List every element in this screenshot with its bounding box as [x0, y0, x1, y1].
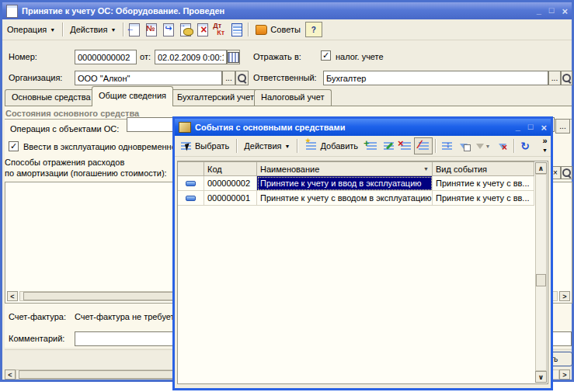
add-row-button[interactable]: + — [363, 138, 380, 154]
ellipsis-icon: ... — [551, 74, 558, 82]
delete-row-button[interactable]: × — [397, 138, 414, 154]
chevron-down-icon: ▼ — [50, 27, 55, 33]
dt-kt-postings-button[interactable]: Дт Кт — [211, 22, 228, 37]
column-label: Вид события — [436, 165, 487, 174]
invoice-value: Счет-фактура не требуется — [75, 312, 183, 321]
set-number-button[interactable]: № — [143, 22, 160, 37]
scrollbar-thumb[interactable] — [536, 274, 546, 286]
chevron-down-icon: ▼ — [542, 147, 548, 153]
responsible-ellipsis-button[interactable]: ... — [548, 71, 561, 85]
minimize-icon[interactable]: _ — [537, 5, 541, 17]
organization-open-button[interactable] — [235, 71, 249, 85]
column-header-event-type[interactable]: Вид события — [433, 161, 534, 176]
select-button[interactable]: Выбрать — [175, 137, 234, 155]
organization-input[interactable] — [75, 71, 222, 85]
column-header-icon[interactable] — [178, 161, 204, 176]
unpost-document-button[interactable]: × — [194, 22, 211, 37]
close-icon[interactable]: × — [562, 5, 568, 17]
show-deleted-toggle[interactable]: ∕ — [414, 137, 433, 154]
table-vscrollbar[interactable] — [535, 174, 547, 371]
tips-button[interactable]: Советы — [251, 20, 304, 39]
ellipsis-icon: ... — [225, 74, 231, 82]
date-input[interactable] — [155, 50, 227, 64]
filter-by-value-button[interactable] — [455, 138, 472, 154]
set-order-button[interactable]: ↕ — [438, 138, 455, 154]
table-row-cell-event-type[interactable]: Принятие к учету с вв... — [433, 176, 534, 191]
box-icon — [464, 144, 471, 151]
tips-book-icon — [256, 25, 267, 35]
maximize-icon[interactable]: □ — [549, 5, 555, 17]
clear-filter-button[interactable]: × — [494, 138, 511, 154]
column-header-code[interactable]: Код — [204, 161, 257, 176]
scroll-right-icon[interactable]: > — [559, 291, 570, 301]
redo-arrow-icon: ↪ — [165, 23, 172, 33]
dialog-titlebar[interactable]: События с основными средствами _ □ × — [175, 119, 551, 136]
minimize-icon[interactable]: _ — [516, 122, 520, 134]
toolbar-overflow[interactable]: » ▼ — [542, 137, 548, 154]
hidden-field-open-button[interactable] — [561, 166, 572, 179]
kt-label: Кт — [217, 29, 224, 36]
table-row-cell-event-type[interactable]: Принятие к учету с вв... — [433, 191, 534, 206]
operation-os-ellipsis-button[interactable]: ... — [555, 119, 570, 134]
cell-value: Принятие к учету с вв... — [436, 179, 530, 188]
main-titlebar[interactable]: Принятие к учету ОС: Оборудование. Прове… — [2, 2, 572, 19]
organization-ellipsis-button[interactable]: ... — [222, 71, 235, 85]
journal-icon — [179, 122, 191, 133]
refresh-button[interactable]: ↻ — [517, 138, 534, 154]
edit-row-button[interactable] — [380, 138, 397, 154]
tab-tax-accounting[interactable]: Налоговый учет — [254, 89, 332, 106]
document-icon — [6, 5, 18, 18]
commissioning-checkbox[interactable]: ✓ — [9, 141, 19, 151]
reread-document-button[interactable]: ← — [126, 22, 143, 37]
table-row-cell-name[interactable]: Принятие к учету и ввод в эксплуатацию — [257, 176, 433, 191]
document-journal-button[interactable] — [228, 22, 245, 37]
organization-label: Организация: — [9, 73, 62, 82]
group-title: Состояния основного средства — [5, 109, 139, 118]
responsible-input[interactable] — [323, 71, 548, 85]
right-arrow-glyph: > — [562, 293, 566, 300]
tab-fixed-assets[interactable]: Основные средства — [5, 89, 98, 106]
column-header-name[interactable]: Наименование ▼ — [257, 161, 433, 176]
table-row-cell-icon[interactable] — [178, 176, 204, 191]
close-icon[interactable]: × — [541, 122, 547, 134]
post-arrow-icon: → — [178, 20, 186, 29]
responsible-open-button[interactable] — [561, 71, 572, 85]
form-scroll-right-icon[interactable]: > — [559, 369, 570, 380]
tax-accounting-checkbox[interactable]: ✓ — [321, 50, 331, 61]
number-input[interactable] — [75, 50, 137, 64]
post-document-button[interactable]: → — [177, 22, 194, 37]
actions-menu-button[interactable]: Действия ▼ — [65, 20, 120, 39]
table-scroll-up-icon[interactable]: ∧ — [535, 162, 547, 174]
repost-document-button[interactable]: ↪ — [160, 22, 177, 37]
left-arrow-glyph: < — [8, 371, 12, 379]
depreciation-label-line1: Способы отражения расходов — [5, 158, 124, 167]
database-icon — [183, 28, 193, 36]
magnifier-icon — [562, 74, 571, 82]
add-button[interactable]: ★ Добавить — [300, 137, 363, 155]
table-row-cell-code[interactable]: 000000001 — [204, 191, 257, 206]
tab-accounting[interactable]: Бухгалтерский учет — [170, 89, 261, 106]
calendar-button[interactable] — [227, 50, 240, 64]
table-row-cell-icon[interactable] — [178, 191, 204, 206]
list-item-icon — [186, 181, 196, 186]
table-row-cell-name[interactable]: Принятие к учету с вводом в эксплуатацию — [257, 191, 433, 206]
depreciation-label-line2: по амортизации (погашению стоимости): — [5, 168, 167, 178]
tab-general-info[interactable]: Общие сведения — [92, 86, 173, 106]
table-scroll-down-icon[interactable]: ∨ — [535, 371, 547, 383]
scroll-left-icon[interactable]: < — [7, 291, 18, 301]
dialog-title: События с основными средствами — [195, 123, 345, 132]
help-button[interactable]: ? — [305, 22, 322, 37]
maximize-icon[interactable]: □ — [528, 122, 534, 134]
operation-menu-button[interactable]: Операция ▼ — [2, 20, 60, 39]
filter-settings-button[interactable]: ▼ — [472, 138, 494, 154]
dialog-window-controls: _ □ × — [516, 122, 547, 134]
dialog-actions-menu-button[interactable]: Действия ▼ — [239, 137, 294, 155]
table-row-cell-code[interactable]: 000000002 — [204, 176, 257, 191]
select-icon — [179, 138, 192, 154]
plus-icon: + — [364, 137, 370, 149]
funnel-icon-gray — [476, 144, 484, 149]
check-icon: ✓ — [322, 51, 329, 60]
events-dialog: События с основными средствами _ □ × Выб… — [172, 116, 553, 390]
form-scroll-left-icon[interactable]: < — [5, 369, 16, 380]
date-label: от: — [140, 52, 151, 61]
